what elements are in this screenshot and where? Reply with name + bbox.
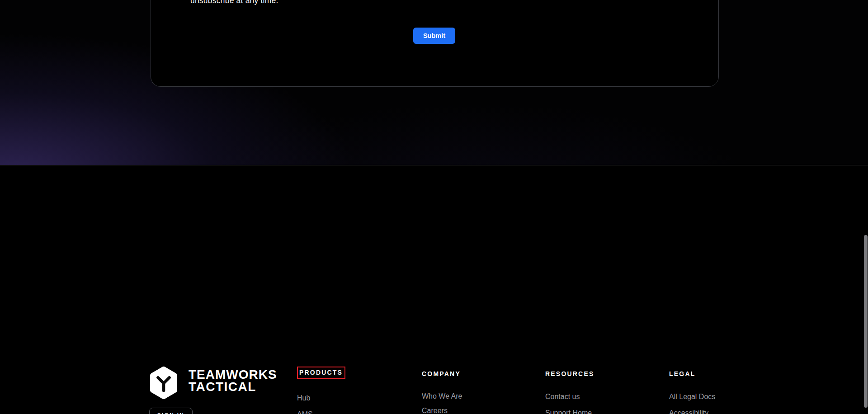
newsletter-section: unsubscribe at any time. Submit [0, 0, 868, 165]
scrollbar-thumb[interactable] [864, 235, 868, 408]
page: unsubscribe at any time. Submit TEAMWORK… [0, 0, 868, 414]
legal-heading: LEGAL [669, 370, 695, 377]
resources-heading: RESOURCES [545, 370, 594, 377]
footer-link-hub[interactable]: Hub [297, 394, 396, 402]
footer-column-products: PRODUCTS Hub AMS Nutrition [297, 367, 396, 414]
brand-logo[interactable]: TEAMWORKS TACTICAL [150, 367, 281, 400]
footer-column-resources: RESOURCES Contact us Support Home Learni… [545, 370, 645, 414]
footer: TEAMWORKS TACTICAL SIGN IN (202) 875-893… [0, 165, 868, 414]
footer-link-ams[interactable]: AMS [297, 410, 396, 414]
brand-name-line1: TEAMWORKS [189, 368, 277, 381]
footer-column-legal: LEGAL All Legal Docs Accessibility Priva… [669, 370, 769, 414]
footer-link-support-home[interactable]: Support Home [545, 409, 645, 414]
company-heading: COMPANY [422, 370, 461, 377]
newsletter-disclaimer: unsubscribe at any time. [190, 0, 278, 5]
footer-link-careers[interactable]: Careers [422, 406, 521, 414]
footer-link-who-we-are[interactable]: Who We Are [422, 392, 521, 400]
footer-link-all-legal-docs[interactable]: All Legal Docs [669, 392, 769, 401]
footer-link-accessibility[interactable]: Accessibility [669, 409, 769, 414]
footer-link-contact-us[interactable]: Contact us [545, 392, 645, 401]
brand-name-line2: TACTICAL [189, 381, 277, 393]
submit-button[interactable]: Submit [413, 28, 455, 44]
brand-wordmark: TEAMWORKS TACTICAL [189, 368, 277, 393]
products-heading-highlighted: PRODUCTS [297, 367, 345, 379]
hexagon-logo-icon [150, 367, 178, 399]
footer-column-company: COMPANY Who We Are Careers [422, 370, 521, 414]
sign-in-button[interactable]: SIGN IN [149, 408, 193, 414]
